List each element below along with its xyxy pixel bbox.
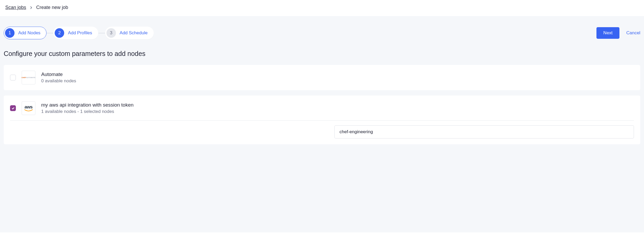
- integration-title: my aws api integration with session toke…: [41, 102, 134, 108]
- page-title: Configure your custom parameters to add …: [4, 50, 640, 58]
- action-buttons: Next Cancel: [596, 27, 640, 39]
- step-label: Add Schedule: [120, 30, 148, 36]
- select-checkbox[interactable]: [10, 105, 16, 111]
- chevron-right-icon: [30, 5, 32, 10]
- cancel-button[interactable]: Cancel: [626, 30, 640, 36]
- breadcrumb-parent-link[interactable]: Scan jobs: [5, 5, 26, 10]
- step-connector: [46, 33, 53, 33]
- integration-card-automate: CHEFAUTOMATE Automate 0 available nodes: [4, 65, 640, 90]
- step-add-schedule[interactable]: 3 Add Schedule: [105, 27, 154, 39]
- step-add-profiles[interactable]: 2 Add Profiles: [53, 27, 98, 39]
- stepper: 1 Add Nodes 2 Add Profiles 3 Add Schedul…: [4, 27, 154, 39]
- step-label: Add Profiles: [68, 30, 92, 36]
- step-number: 3: [106, 28, 116, 38]
- divider: [10, 120, 634, 121]
- step-label: Add Nodes: [18, 30, 40, 36]
- integration-subtitle: 1 available nodes - 1 selected nodes: [41, 109, 134, 114]
- next-button[interactable]: Next: [596, 27, 619, 39]
- step-number: 2: [55, 28, 64, 38]
- node-filter-input[interactable]: [334, 125, 634, 139]
- step-add-nodes[interactable]: 1 Add Nodes: [4, 27, 46, 39]
- aws-logo-icon: aws: [22, 101, 35, 115]
- step-number: 1: [5, 28, 15, 38]
- integration-card-aws: aws my aws api integration with session …: [4, 95, 640, 144]
- step-connector: [98, 33, 105, 33]
- select-checkbox[interactable]: [10, 75, 16, 80]
- chef-automate-logo-icon: CHEFAUTOMATE: [22, 71, 35, 84]
- integration-subtitle: 0 available nodes: [41, 78, 76, 84]
- breadcrumb: Scan jobs Create new job: [0, 0, 644, 16]
- integration-title: Automate: [41, 71, 76, 77]
- breadcrumb-current: Create new job: [36, 5, 68, 10]
